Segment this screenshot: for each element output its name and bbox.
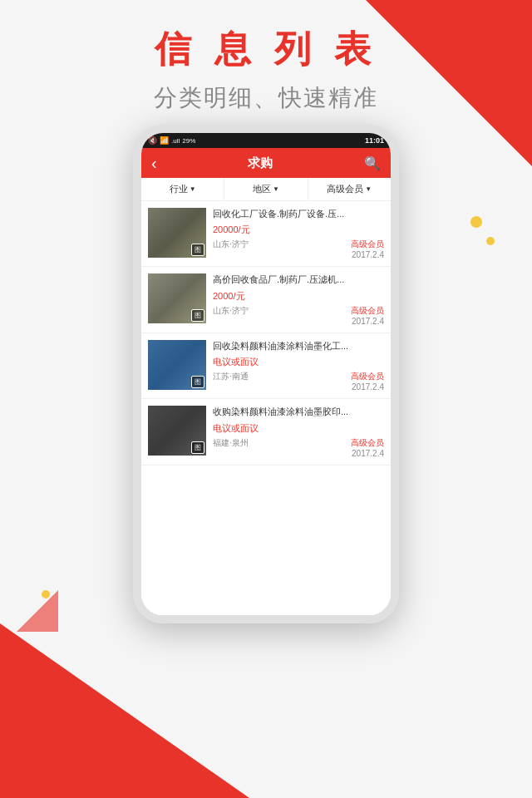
phone-frame: 🔇 📶 .ull 29% 11:01 ‹ 求购 🔍 行业 ▼ xyxy=(133,125,399,623)
item-title: 回收化工厂设备.制药厂设备.压... xyxy=(213,208,384,220)
item-location: 山东·济宁 xyxy=(213,305,249,317)
status-time: 11:01 xyxy=(365,136,384,145)
item-price: 2000/元 xyxy=(213,290,384,303)
page-title: 信 息 列 表 xyxy=(0,25,532,74)
item-meta: 江苏·南通 高级会员 xyxy=(213,371,384,382)
item-date: 2017.2.4 xyxy=(352,250,384,259)
image-label: 图 xyxy=(191,309,204,322)
item-badge: 高级会员 xyxy=(351,437,384,449)
item-meta: 山东·济宁 高级会员 xyxy=(213,239,384,250)
filter-industry-label: 行业 xyxy=(170,183,188,195)
battery-level: 29% xyxy=(182,137,195,145)
status-right: 11:01 xyxy=(365,136,384,145)
item-title: 高价回收食品厂.制药厂.压滤机... xyxy=(213,273,384,286)
item-thumbnail: 图 xyxy=(148,273,206,323)
wifi-icon: 📶 xyxy=(160,136,169,145)
item-meta-date: 2017.2.4 xyxy=(213,382,384,392)
filter-industry[interactable]: 行业 ▼ xyxy=(141,178,224,200)
page-header: 信 息 列 表 分类明细、快速精准 xyxy=(0,25,532,114)
image-label: 图 xyxy=(191,376,204,388)
list-item[interactable]: 图 回收化工厂设备.制药厂设备.压... 20000/元 山东·济宁 高级会员 … xyxy=(141,201,391,267)
item-thumbnail: 图 xyxy=(148,340,206,390)
item-badge: 高级会员 xyxy=(351,371,384,382)
item-price: 电议或面议 xyxy=(213,422,384,435)
image-label: 图 xyxy=(191,441,204,454)
phone-screen: ‹ 求购 🔍 行业 ▼ 地区 ▼ 高级会员 ▼ xyxy=(141,148,391,615)
item-title: 收购染料颜料油漆涂料油墨胶印... xyxy=(213,406,384,418)
item-content: 高价回收食品厂.制药厂.压滤机... 2000/元 山东·济宁 高级会员 201… xyxy=(213,273,384,325)
item-image-bg: 图 xyxy=(148,208,206,258)
image-label: 图 xyxy=(191,244,204,256)
filter-bar: 行业 ▼ 地区 ▼ 高级会员 ▼ xyxy=(141,178,391,201)
app-screen-title: 求购 xyxy=(248,155,273,171)
page-subtitle: 分类明细、快速精准 xyxy=(0,82,532,114)
item-date: 2017.2.4 xyxy=(352,449,384,458)
item-thumbnail: 图 xyxy=(148,406,206,456)
item-meta-date: 2017.2.4 xyxy=(213,250,384,259)
app-header: ‹ 求购 🔍 xyxy=(141,148,391,178)
item-meta-date: 2017.2.4 xyxy=(213,449,384,458)
phone-outer: 🔇 📶 .ull 29% 11:01 ‹ 求购 🔍 行业 ▼ xyxy=(133,125,399,623)
filter-member-label: 高级会员 xyxy=(327,183,363,195)
filter-region-arrow: ▼ xyxy=(273,185,279,193)
item-badge: 高级会员 xyxy=(351,239,384,250)
speaker-icon: 🔇 xyxy=(148,136,157,145)
item-badge: 高级会员 xyxy=(351,305,384,317)
tri-deco-mid-left xyxy=(17,590,58,632)
list-item[interactable]: 图 回收染料颜料油漆涂料油墨化工... 电议或面议 江苏·南通 高级会员 201… xyxy=(141,333,391,399)
status-bar: 🔇 📶 .ull 29% 11:01 xyxy=(141,133,391,148)
filter-region-label: 地区 xyxy=(253,183,271,195)
item-date: 2017.2.4 xyxy=(352,317,384,326)
yellow-dot-2 xyxy=(486,237,495,245)
filter-industry-arrow: ▼ xyxy=(190,185,196,193)
item-location: 山东·济宁 xyxy=(213,239,249,250)
list-item[interactable]: 图 高价回收食品厂.制药厂.压滤机... 2000/元 山东·济宁 高级会员 2… xyxy=(141,267,391,332)
item-title: 回收染料颜料油漆涂料油墨化工... xyxy=(213,340,384,352)
list-container: 图 回收化工厂设备.制药厂设备.压... 20000/元 山东·济宁 高级会员 … xyxy=(141,201,391,466)
item-thumbnail: 图 xyxy=(148,208,206,258)
item-date: 2017.2.4 xyxy=(352,382,384,392)
item-content: 回收化工厂设备.制药厂设备.压... 20000/元 山东·济宁 高级会员 20… xyxy=(213,208,384,259)
item-location: 江苏·南通 xyxy=(213,371,249,382)
item-meta: 福建·泉州 高级会员 xyxy=(213,437,384,449)
signal-bars: .ull xyxy=(171,137,180,145)
item-price: 电议或面议 xyxy=(213,356,384,368)
filter-member-arrow: ▼ xyxy=(365,185,372,193)
item-image-bg: 图 xyxy=(148,340,206,390)
filter-region[interactable]: 地区 ▼ xyxy=(224,178,308,200)
filter-member[interactable]: 高级会员 ▼ xyxy=(308,178,391,200)
item-content: 回收染料颜料油漆涂料油墨化工... 电议或面议 江苏·南通 高级会员 2017.… xyxy=(213,340,384,392)
item-price: 20000/元 xyxy=(213,224,384,236)
list-item[interactable]: 图 收购染料颜料油漆涂料油墨胶印... 电议或面议 福建·泉州 高级会员 201… xyxy=(141,399,391,465)
back-button[interactable]: ‹ xyxy=(151,154,157,173)
item-content: 收购染料颜料油漆涂料油墨胶印... 电议或面议 福建·泉州 高级会员 2017.… xyxy=(213,406,384,457)
item-image-bg: 图 xyxy=(148,273,206,323)
yellow-dot-1 xyxy=(470,216,482,228)
item-meta-date: 2017.2.4 xyxy=(213,317,384,326)
search-icon[interactable]: 🔍 xyxy=(364,155,381,171)
item-location: 福建·泉州 xyxy=(213,437,249,449)
status-left: 🔇 📶 .ull 29% xyxy=(148,136,195,145)
item-image-bg: 图 xyxy=(148,406,206,456)
item-meta: 山东·济宁 高级会员 xyxy=(213,305,384,317)
